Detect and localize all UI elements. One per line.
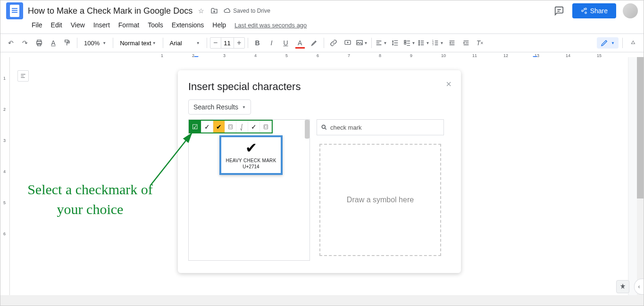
zoom-dropdown[interactable]: 100%▼ <box>80 38 110 49</box>
menu-format[interactable]: Format <box>115 19 143 31</box>
paint-format-button[interactable] <box>61 36 74 50</box>
insert-comment-button[interactable] <box>341 36 354 50</box>
highlight-button[interactable] <box>308 36 321 50</box>
underline-button[interactable]: U <box>279 36 293 50</box>
bold-button[interactable]: B <box>251 36 264 50</box>
category-dropdown[interactable]: Search Results▼ <box>188 99 251 115</box>
menu-edit[interactable]: Edit <box>47 19 66 31</box>
last-edit-link[interactable]: Last edit was seconds ago <box>234 22 307 29</box>
star-icon[interactable]: ☆ <box>197 7 205 15</box>
share-button[interactable]: Share <box>572 3 616 18</box>
draw-symbol-area[interactable]: Draw a symbol here <box>317 141 444 259</box>
character-cell[interactable]: ☑ <box>190 121 201 132</box>
preview-code: U+2714 <box>223 164 279 169</box>
menu-insert[interactable]: Insert <box>90 19 114 31</box>
move-icon[interactable] <box>210 7 218 15</box>
svg-text:3: 3 <box>432 43 434 46</box>
account-avatar[interactable] <box>623 3 638 18</box>
decrease-indent-button[interactable] <box>445 36 459 50</box>
character-cell[interactable]: ✓ <box>248 121 260 132</box>
align-button[interactable]: ▼ <box>375 36 388 50</box>
preview-name: HEAVY CHECK MARK <box>223 158 279 163</box>
menu-help[interactable]: Help <box>209 19 230 31</box>
annotation-text: Select a checkmark of your choice <box>24 180 156 219</box>
collapse-toolbar-button[interactable]: ㅿ <box>627 36 640 50</box>
explore-button[interactable] <box>616 280 629 293</box>
print-button[interactable] <box>33 36 46 50</box>
vruler-tick: 3 <box>3 138 6 143</box>
character-cell[interactable]: □ <box>225 121 237 132</box>
text-color-button[interactable]: A <box>293 36 307 50</box>
svg-rect-0 <box>584 8 584 10</box>
editing-mode-button[interactable]: ▼ <box>597 37 619 49</box>
checklist-button[interactable]: ▼ <box>403 36 416 50</box>
insert-link-button[interactable] <box>327 36 340 50</box>
vruler-tick: 6 <box>3 232 6 236</box>
draw-hint-text: Draw a symbol here <box>347 196 414 204</box>
svg-rect-7 <box>404 41 406 42</box>
toolbar: ↶ ↷ A 100%▼ Normal text▼ Arial▼ − + B I … <box>0 33 644 52</box>
svg-point-9 <box>418 41 419 41</box>
font-size-increase[interactable]: + <box>234 39 244 47</box>
menu-extensions[interactable]: Extensions <box>168 19 208 31</box>
menu-file[interactable]: File <box>28 19 46 31</box>
menu-tools[interactable]: Tools <box>144 19 167 31</box>
character-cell[interactable]: ✔ <box>213 121 225 132</box>
paragraph-style-dropdown[interactable]: Normal text▼ <box>116 38 159 49</box>
increase-indent-button[interactable] <box>460 36 473 50</box>
font-size-input[interactable] <box>221 38 234 48</box>
character-cell[interactable]: □ <box>260 121 272 132</box>
bulleted-list-button[interactable]: ▼ <box>417 36 430 50</box>
dialog-title: Insert special characters <box>188 81 451 93</box>
bottom-scrollbar[interactable] <box>0 295 644 306</box>
italic-button[interactable]: I <box>265 36 278 50</box>
font-size-decrease[interactable]: − <box>210 39 221 47</box>
svg-rect-8 <box>404 42 406 44</box>
save-status: Saved to Drive <box>224 7 270 15</box>
vruler-tick: 5 <box>3 200 6 205</box>
preview-glyph: ✔ <box>223 141 279 155</box>
character-cell[interactable]: ✓ <box>201 121 213 132</box>
font-dropdown[interactable]: Arial▼ <box>166 38 204 49</box>
numbered-list-button[interactable]: 123▼ <box>431 36 444 50</box>
svg-rect-4 <box>65 40 68 42</box>
menu-view[interactable]: View <box>67 19 89 31</box>
svg-point-11 <box>418 44 419 45</box>
search-characters-input[interactable]: check mark <box>317 119 444 135</box>
vruler-tick: 1 <box>3 76 6 81</box>
comments-button[interactable] <box>552 4 566 17</box>
font-size-control[interactable]: − + <box>210 37 245 49</box>
vertical-ruler[interactable]: 123456 <box>0 57 10 306</box>
undo-button[interactable]: ↶ <box>4 36 17 50</box>
docs-logo-icon[interactable] <box>6 2 23 19</box>
spellcheck-button[interactable]: A <box>47 36 60 50</box>
redo-button[interactable]: ↷ <box>18 36 32 50</box>
outline-toggle-button[interactable] <box>17 70 29 82</box>
document-title[interactable]: How to Make a Check Mark in Google Docs <box>28 6 192 16</box>
svg-point-15 <box>322 125 325 128</box>
page-scrollbar[interactable] <box>637 57 644 295</box>
grid-scrollbar[interactable] <box>305 120 309 139</box>
character-cell[interactable]: ⎷ <box>236 121 248 132</box>
dialog-close-button[interactable]: × <box>446 79 452 90</box>
svg-point-10 <box>418 42 419 43</box>
line-spacing-button[interactable] <box>389 36 402 50</box>
vruler-tick: 4 <box>3 169 6 174</box>
vruler-tick: 2 <box>3 107 6 112</box>
clear-formatting-button[interactable]: T✕ <box>474 36 487 50</box>
insert-image-button[interactable]: ▼ <box>355 36 368 50</box>
character-preview-tooltip: ✔ HEAVY CHECK MARK U+2714 <box>219 135 283 175</box>
